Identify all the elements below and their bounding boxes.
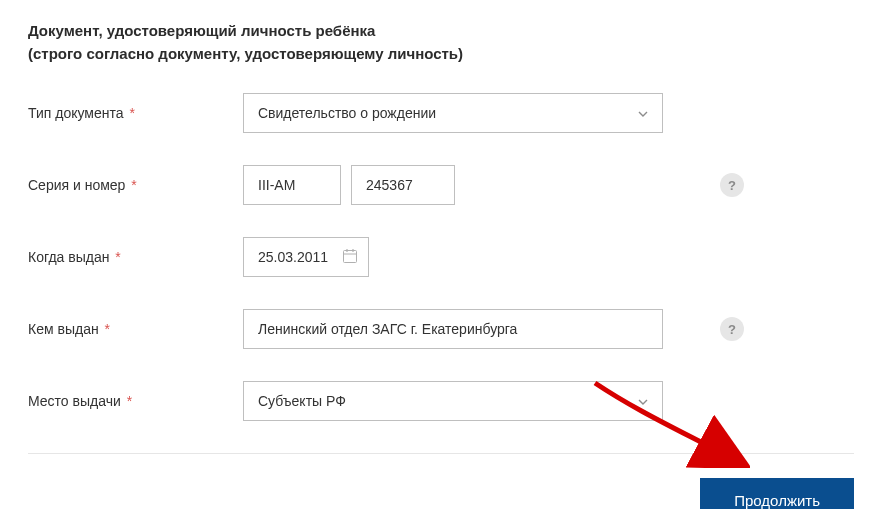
- row-issue-place: Место выдачи * Субъекты РФ: [28, 381, 854, 421]
- required-mark: *: [105, 321, 110, 337]
- label-doc-type: Тип документа *: [28, 105, 243, 121]
- section-title: Документ, удостоверяющий личность ребёнк…: [28, 20, 854, 65]
- input-number[interactable]: [351, 165, 455, 205]
- input-series[interactable]: [243, 165, 341, 205]
- select-issue-place-value: Субъекты РФ: [258, 393, 628, 409]
- section-title-line2: (строго согласно документу, удостоверяющ…: [28, 43, 854, 66]
- chevron-down-icon: [638, 395, 648, 407]
- row-series-number: Серия и номер * ?: [28, 165, 854, 205]
- calendar-icon: [342, 248, 358, 267]
- required-mark: *: [115, 249, 120, 265]
- select-issue-place[interactable]: Субъекты РФ: [243, 381, 663, 421]
- required-mark: *: [129, 105, 134, 121]
- row-issued-by: Кем выдан * ?: [28, 309, 854, 349]
- continue-button[interactable]: Продолжить: [700, 478, 854, 509]
- row-doc-type: Тип документа * Свидетельство о рождении: [28, 93, 854, 133]
- label-issue-place-text: Место выдачи: [28, 393, 121, 409]
- select-doc-type-value: Свидетельство о рождении: [258, 105, 628, 121]
- input-cell-issued-by: ?: [243, 309, 854, 349]
- help-icon[interactable]: ?: [720, 173, 744, 197]
- help-icon[interactable]: ?: [720, 317, 744, 341]
- required-mark: *: [131, 177, 136, 193]
- section-title-line1: Документ, удостоверяющий личность ребёнк…: [28, 20, 854, 43]
- input-cell-doc-type: Свидетельство о рождении: [243, 93, 854, 133]
- divider: [28, 453, 854, 454]
- label-issue-place: Место выдачи *: [28, 393, 243, 409]
- label-issued-by: Кем выдан *: [28, 321, 243, 337]
- label-issue-date: Когда выдан *: [28, 249, 243, 265]
- row-issue-date: Когда выдан *: [28, 237, 854, 277]
- input-cell-issue-place: Субъекты РФ: [243, 381, 854, 421]
- required-mark: *: [127, 393, 132, 409]
- input-issued-by[interactable]: [243, 309, 663, 349]
- label-series-number: Серия и номер *: [28, 177, 243, 193]
- label-issue-date-text: Когда выдан: [28, 249, 109, 265]
- select-doc-type[interactable]: Свидетельство о рождении: [243, 93, 663, 133]
- actions-bar: Продолжить: [28, 478, 854, 509]
- input-issue-date[interactable]: [243, 237, 369, 277]
- chevron-down-icon: [638, 107, 648, 119]
- label-issued-by-text: Кем выдан: [28, 321, 99, 337]
- label-doc-type-text: Тип документа: [28, 105, 124, 121]
- input-cell-issue-date: [243, 237, 854, 277]
- input-issue-date-text[interactable]: [258, 249, 342, 265]
- label-series-number-text: Серия и номер: [28, 177, 125, 193]
- input-cell-series-number: ?: [243, 165, 854, 205]
- svg-rect-0: [344, 250, 357, 262]
